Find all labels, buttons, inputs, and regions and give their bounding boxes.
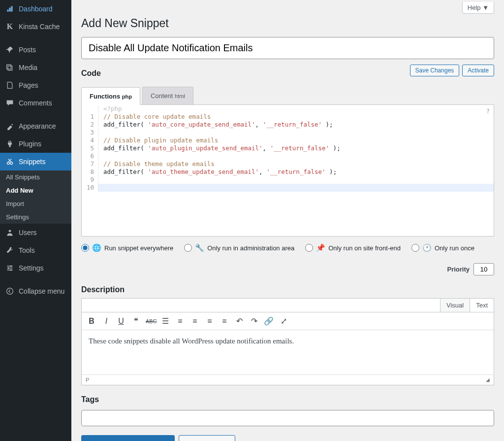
desc-status-path: P bbox=[86, 377, 89, 383]
align-center-icon[interactable]: ≡ bbox=[205, 317, 215, 326]
code-line: 6 bbox=[82, 152, 494, 160]
code-editor[interactable]: ? <?php 1// Disable core update emails2a… bbox=[81, 105, 494, 237]
sidebar-sub-add-new[interactable]: Add New bbox=[0, 184, 71, 197]
scope-admin[interactable]: 🔧 Only run in administration area bbox=[184, 243, 294, 252]
code-tabs: Functions php Content html bbox=[81, 87, 494, 105]
priority-input[interactable] bbox=[473, 263, 494, 275]
sidebar-item-collapse-menu[interactable]: Collapse menu bbox=[0, 282, 71, 300]
users-icon bbox=[5, 228, 15, 237]
pin-icon: 📌 bbox=[316, 243, 325, 252]
sidebar-item-label: Snippets bbox=[19, 158, 45, 166]
align-left-icon[interactable]: ≡ bbox=[190, 317, 200, 326]
tab-content[interactable]: Content html bbox=[142, 87, 193, 104]
italic-icon[interactable]: I bbox=[101, 317, 111, 326]
code-line: 7// Disable theme update emails bbox=[82, 160, 494, 168]
sidebar-sub-import[interactable]: Import bbox=[0, 197, 71, 210]
scope-once-radio[interactable] bbox=[411, 244, 419, 252]
collapse-icon bbox=[5, 286, 15, 296]
code-line: 10 bbox=[82, 184, 494, 192]
activate-button[interactable]: Activate bbox=[462, 65, 494, 76]
tools-icon bbox=[5, 245, 15, 255]
tags-input[interactable] bbox=[81, 410, 494, 426]
save-changes-button[interactable]: Save Changes bbox=[410, 65, 460, 76]
media-icon bbox=[5, 63, 15, 72]
tab-functions-ext: php bbox=[122, 94, 132, 100]
svg-point-3 bbox=[10, 265, 12, 267]
sidebar-item-label: Pages bbox=[19, 81, 38, 89]
desc-tab-text[interactable]: Text bbox=[470, 299, 494, 312]
tab-content-ext: html bbox=[175, 93, 185, 99]
plugins-icon bbox=[5, 139, 15, 149]
scope-row: 🌐 Run snippet everywhere 🔧 Only run in a… bbox=[81, 243, 494, 275]
scope-admin-radio[interactable] bbox=[184, 244, 192, 252]
sidebar-item-label: Dashboard bbox=[19, 5, 53, 13]
code-line: 2add_filter( 'auto_core_update_send_emai… bbox=[82, 121, 494, 129]
sidebar-item-label: Plugins bbox=[19, 140, 41, 148]
svg-point-1 bbox=[10, 162, 13, 165]
svg-point-4 bbox=[8, 267, 9, 269]
save-changes-button-footer[interactable]: Save Changes bbox=[179, 435, 235, 441]
scope-front[interactable]: 📌 Only run on site front-end bbox=[305, 243, 401, 252]
comments-icon bbox=[5, 98, 15, 108]
sidebar-item-comments[interactable]: Comments bbox=[0, 94, 71, 112]
sidebar-item-users[interactable]: Users bbox=[0, 224, 71, 241]
priority-label: Priority bbox=[447, 266, 470, 273]
sidebar-sub-all-snippets[interactable]: All Snippets bbox=[0, 170, 71, 184]
code-line: 5add_filter( 'auto_plugin_update_send_em… bbox=[82, 144, 494, 152]
fullscreen-icon[interactable]: ⤢ bbox=[279, 316, 288, 326]
code-line: 3 bbox=[82, 129, 494, 136]
sidebar-item-label: Users bbox=[19, 229, 37, 237]
underline-icon[interactable]: U bbox=[116, 317, 126, 326]
undo-icon[interactable]: ↶ bbox=[234, 316, 244, 326]
appearance-icon bbox=[5, 121, 15, 131]
editor-help-icon[interactable]: ? bbox=[486, 108, 490, 115]
settings-icon bbox=[5, 263, 15, 273]
tab-content-label: Content bbox=[151, 92, 173, 100]
snippet-title-input[interactable] bbox=[81, 37, 494, 59]
scope-front-radio[interactable] bbox=[305, 244, 313, 252]
link-icon[interactable]: 🔗 bbox=[264, 316, 274, 326]
globe-icon: 🌐 bbox=[92, 243, 101, 252]
desc-tab-visual[interactable]: Visual bbox=[440, 299, 470, 312]
sidebar-item-snippets[interactable]: Snippets bbox=[0, 153, 71, 170]
admin-sidebar: DashboardKKinsta CachePostsMediaPagesCom… bbox=[0, 0, 71, 441]
sidebar-item-posts[interactable]: Posts bbox=[0, 41, 71, 59]
svg-point-2 bbox=[9, 230, 11, 232]
sidebar-item-label: Media bbox=[19, 64, 37, 71]
save-and-activate-button[interactable]: Save Changes and Activate bbox=[81, 435, 175, 441]
code-line: 9 bbox=[82, 176, 494, 184]
sidebar-item-pages[interactable]: Pages bbox=[0, 76, 71, 94]
description-body[interactable]: These code snippets disable all WordPres… bbox=[82, 330, 494, 374]
resize-handle-icon[interactable]: ◢ bbox=[486, 377, 490, 383]
align-right-icon[interactable]: ≡ bbox=[220, 317, 229, 326]
php-open-hint: <?php bbox=[98, 105, 494, 113]
sidebar-item-settings[interactable]: Settings bbox=[0, 259, 71, 277]
strike-icon[interactable]: ABC bbox=[146, 318, 156, 324]
sidebar-item-kinsta-cache[interactable]: KKinsta Cache bbox=[0, 18, 71, 35]
redo-icon[interactable]: ↷ bbox=[249, 316, 259, 326]
scope-once[interactable]: 🕐 Only run once bbox=[411, 243, 474, 252]
svg-point-5 bbox=[10, 269, 12, 271]
number-list-icon[interactable]: ≡ bbox=[175, 317, 185, 326]
scope-front-label: Only run on site front-end bbox=[328, 244, 401, 252]
sidebar-item-tools[interactable]: Tools bbox=[0, 241, 71, 259]
tags-section-label: Tags bbox=[81, 395, 494, 404]
sidebar-item-media[interactable]: Media bbox=[0, 59, 71, 76]
bold-icon[interactable]: B bbox=[87, 317, 96, 326]
quote-icon[interactable]: ❝ bbox=[131, 316, 141, 326]
scope-everywhere-label: Run snippet everywhere bbox=[104, 244, 173, 252]
help-tab[interactable]: Help ▼ bbox=[462, 2, 494, 14]
sidebar-item-plugins[interactable]: Plugins bbox=[0, 135, 71, 153]
scope-everywhere-radio[interactable] bbox=[81, 244, 89, 252]
sidebar-sub-settings[interactable]: Settings bbox=[0, 210, 71, 224]
sidebar-item-appearance[interactable]: Appearance bbox=[0, 117, 71, 135]
scope-everywhere[interactable]: 🌐 Run snippet everywhere bbox=[81, 243, 173, 252]
svg-point-6 bbox=[7, 288, 13, 295]
bullet-list-icon[interactable]: ☰ bbox=[160, 316, 170, 326]
dashboard-icon bbox=[5, 4, 15, 14]
tab-functions[interactable]: Functions php bbox=[81, 87, 140, 105]
sidebar-item-dashboard[interactable]: Dashboard bbox=[0, 0, 71, 18]
description-editor: Visual Text B I U ❝ ABC ☰ ≡ ≡ ≡ ≡ ↶ ↷ 🔗 … bbox=[81, 298, 494, 385]
sidebar-item-label: Collapse menu bbox=[19, 287, 64, 295]
sidebar-item-label: Posts bbox=[19, 46, 36, 54]
